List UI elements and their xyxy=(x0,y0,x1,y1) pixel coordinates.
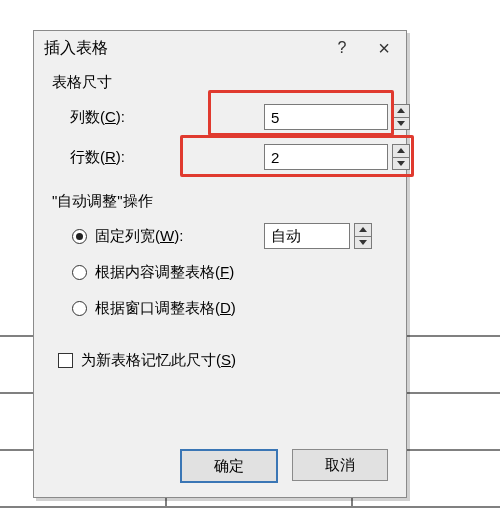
rows-input[interactable] xyxy=(264,144,388,170)
remember-row: 为新表格记忆此尺寸(S) xyxy=(52,343,388,377)
chevron-up-icon xyxy=(397,108,405,113)
table-size-label: 表格尺寸 xyxy=(52,73,388,92)
chevron-up-icon xyxy=(359,227,367,232)
chevron-down-icon xyxy=(397,121,405,126)
fixed-width-step-up[interactable] xyxy=(354,223,372,237)
autofit-label: "自动调整"操作 xyxy=(52,192,388,211)
columns-step-down[interactable] xyxy=(392,118,410,131)
columns-row: 列数(C): xyxy=(52,100,388,134)
rows-row: 行数(R): xyxy=(52,140,388,174)
ok-button[interactable]: 确定 xyxy=(180,449,278,483)
chevron-down-icon xyxy=(359,240,367,245)
remember-checkbox[interactable] xyxy=(58,353,73,368)
close-icon: × xyxy=(378,37,390,60)
columns-input[interactable] xyxy=(264,104,388,130)
help-button[interactable]: ? xyxy=(322,31,362,65)
chevron-down-icon xyxy=(397,161,405,166)
rows-label: 行数(R): xyxy=(70,148,220,167)
radio-fit-window-row: 根据窗口调整表格(D) xyxy=(52,291,388,325)
radio-fixed-width[interactable] xyxy=(72,229,87,244)
radio-fit-content-row: 根据内容调整表格(F) xyxy=(52,255,388,289)
close-button[interactable]: × xyxy=(362,31,406,65)
radio-fixed-width-row: 固定列宽(W): 自动 xyxy=(52,219,388,253)
radio-fixed-width-label: 固定列宽(W): xyxy=(95,227,183,246)
remember-label: 为新表格记忆此尺寸(S) xyxy=(81,351,236,370)
columns-step-up[interactable] xyxy=(392,104,410,118)
columns-label: 列数(C): xyxy=(70,108,220,127)
chevron-up-icon xyxy=(397,148,405,153)
insert-table-dialog: 插入表格 ? × 表格尺寸 列数(C): xyxy=(33,30,407,498)
fixed-width-step-down[interactable] xyxy=(354,237,372,250)
dialog-title: 插入表格 xyxy=(44,38,108,59)
radio-fit-window-label: 根据窗口调整表格(D) xyxy=(95,299,236,318)
help-icon: ? xyxy=(338,39,347,57)
radio-fit-content[interactable] xyxy=(72,265,87,280)
fixed-width-value[interactable]: 自动 xyxy=(264,223,350,249)
cancel-button[interactable]: 取消 xyxy=(292,449,388,481)
radio-fit-window[interactable] xyxy=(72,301,87,316)
titlebar: 插入表格 ? × xyxy=(34,31,406,65)
rows-step-down[interactable] xyxy=(392,158,410,171)
radio-fit-content-label: 根据内容调整表格(F) xyxy=(95,263,234,282)
rows-step-up[interactable] xyxy=(392,144,410,158)
